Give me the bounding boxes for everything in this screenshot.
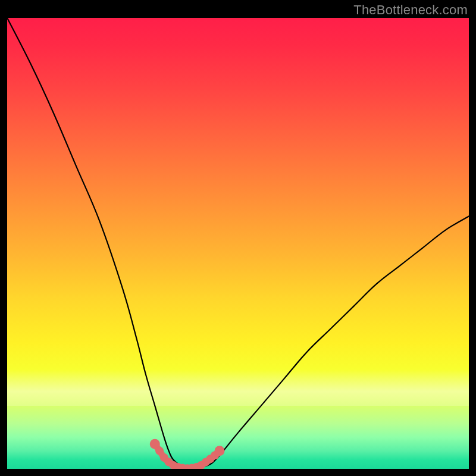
svg-point-14 [215,446,225,456]
chart-stage: TheBottleneck.com [0,0,476,476]
main-curve [7,18,469,469]
curve-layer [7,18,469,469]
watermark-text: TheBottleneck.com [353,2,468,18]
bottom-marker [150,439,225,469]
plot-area [7,18,469,469]
